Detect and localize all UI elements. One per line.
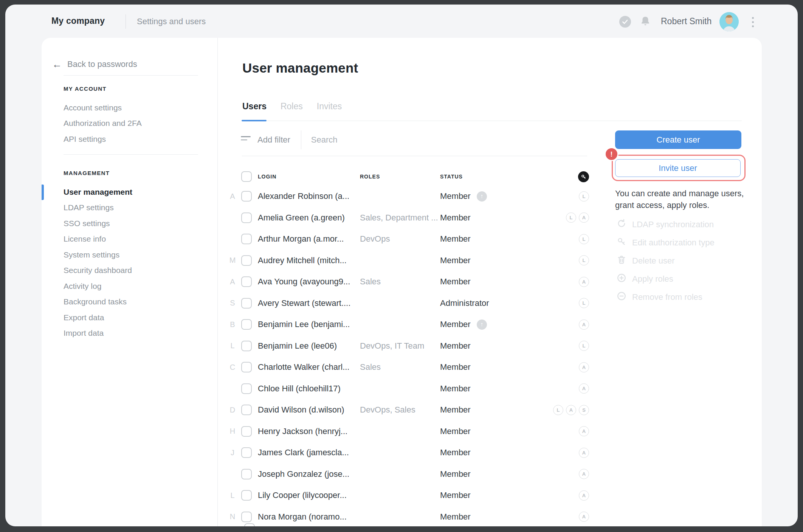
- select-all-checkbox[interactable]: [241, 171, 252, 182]
- bell-icon[interactable]: [639, 15, 652, 28]
- row-checkbox[interactable]: [241, 276, 252, 287]
- user-login-label: Charlotte Walker (charl...: [258, 362, 354, 372]
- sidebar-item-system-settings[interactable]: System settings: [64, 247, 207, 263]
- alpha-index-label: H: [227, 427, 238, 436]
- user-status-label: Member: [440, 469, 579, 479]
- sidebar-item-license-info[interactable]: License info: [64, 231, 207, 247]
- user-status-label: Member: [440, 384, 579, 394]
- table-row: L Benjamin Lee (lee06) DevOps, IT Team M…: [227, 335, 589, 357]
- back-to-passwords-link[interactable]: ← Back to passwords: [52, 59, 137, 69]
- sidebar-divider: [217, 38, 218, 526]
- row-checkbox[interactable]: [241, 212, 252, 223]
- row-checkbox[interactable]: [241, 426, 252, 437]
- table-row: Arthur Morgan (a.mor... DevOps Member L: [227, 228, 589, 250]
- sidebar-item-import-data[interactable]: Import data: [64, 326, 207, 341]
- auth-type-badges: A: [579, 469, 589, 479]
- row-checkbox[interactable]: [241, 512, 252, 522]
- user-status-label: Member: [440, 341, 579, 351]
- row-checkbox[interactable]: [244, 523, 255, 526]
- user-status-label: Member: [440, 234, 579, 244]
- sidebar-item-export-data[interactable]: Export data: [64, 310, 207, 326]
- tab-invites[interactable]: Invites: [317, 101, 342, 118]
- alert-badge-icon: !: [606, 148, 617, 160]
- tab-users[interactable]: Users: [242, 101, 267, 118]
- auth-type-badge-a: A: [579, 426, 589, 436]
- alpha-index-label: C: [227, 363, 238, 372]
- user-status-label: Administrator: [440, 298, 579, 308]
- check-circle-icon[interactable]: [619, 16, 631, 28]
- row-checkbox[interactable]: [241, 447, 252, 458]
- action-remove-from-roles: Remove from roles: [617, 288, 715, 306]
- table-row: H Henry Jackson (henryj... Member A: [227, 421, 589, 442]
- row-checkbox[interactable]: [241, 341, 252, 351]
- filter-icon: [241, 136, 251, 144]
- sidebar-item-sso-settings[interactable]: SSO settings: [64, 216, 207, 231]
- table-row: J James Clark (jamescla... Member A: [227, 442, 589, 464]
- table-row: Amelia Green (a.green) Sales, Department…: [227, 207, 589, 229]
- avatar[interactable]: [719, 12, 739, 31]
- row-checkbox[interactable]: [241, 298, 252, 309]
- row-checkbox[interactable]: [241, 191, 252, 202]
- sidebar-item-background-tasks[interactable]: Background tasks: [64, 294, 207, 310]
- table-row: Chloe Hill (chloehill17) Member A: [227, 378, 589, 400]
- row-checkbox[interactable]: [241, 469, 252, 479]
- active-item-indicator: [42, 185, 44, 200]
- action-apply-roles: Apply roles: [617, 270, 715, 288]
- sidebar-items-my-account: Account settingsAuthorization and 2FAAPI…: [64, 100, 207, 147]
- key-icon: [578, 171, 589, 182]
- row-checkbox[interactable]: [241, 405, 252, 415]
- table-row: M Audrey Mitchell (mitch... Member L: [227, 250, 589, 271]
- row-checkbox[interactable]: [241, 490, 252, 501]
- invite-user-button[interactable]: Invite user: [615, 159, 741, 177]
- row-checkbox[interactable]: [241, 319, 252, 330]
- breadcrumb: Settings and users: [137, 17, 206, 26]
- auth-type-badge-a: A: [579, 490, 589, 501]
- current-user-name[interactable]: Robert Smith: [661, 16, 712, 26]
- user-login-label: Henry Jackson (henryj...: [258, 427, 354, 436]
- table-body: A Alexander Robinson (a... Member↑ L Ame…: [227, 186, 589, 526]
- alpha-index-label: A: [227, 192, 238, 201]
- auth-type-badge-l: L: [553, 405, 563, 415]
- row-checkbox[interactable]: [241, 255, 252, 266]
- auth-type-badge-a: A: [579, 277, 589, 287]
- sidebar-section-divider: [64, 75, 198, 76]
- add-filter-button[interactable]: Add filter: [257, 135, 290, 145]
- auth-type-badge-a: A: [579, 512, 589, 522]
- row-checkbox[interactable]: [241, 362, 252, 372]
- sidebar-item-ldap-settings[interactable]: LDAP settings: [64, 200, 207, 216]
- user-status-label: Member: [440, 362, 579, 372]
- tabs: UsersRolesInvites: [242, 101, 342, 118]
- kebab-menu-icon[interactable]: [747, 16, 758, 28]
- user-roles-label: DevOps, IT Team: [360, 341, 440, 351]
- auth-type-badge-a: A: [579, 362, 589, 372]
- column-login[interactable]: LOGIN: [258, 174, 354, 180]
- user-login-label: Chloe Hill (chloehill17): [258, 384, 354, 394]
- row-checkbox[interactable]: [241, 234, 252, 244]
- user-login-label: Ava Young (avayoung9...: [258, 277, 354, 287]
- search-input[interactable]: [311, 135, 425, 145]
- bulk-actions-list: LDAP synchronization Edit authorization …: [617, 216, 715, 306]
- alpha-index-label: N: [227, 512, 238, 521]
- sidebar-item-user-management[interactable]: User management: [64, 184, 207, 200]
- promoted-arrow-icon: ↑: [477, 320, 487, 330]
- user-login-label: Audrey Mitchell (mitch...: [258, 256, 354, 265]
- sidebar-item-authorization-and-2fa[interactable]: Authorization and 2FA: [64, 116, 207, 132]
- auth-type-badges: A: [579, 277, 589, 287]
- user-login-label: James Clark (jamescla...: [258, 448, 354, 458]
- table-row: S Avery Stewart (stewart.... Administrat…: [227, 293, 589, 314]
- auth-type-badges: L: [579, 234, 589, 244]
- column-roles[interactable]: ROLES: [360, 174, 440, 180]
- sidebar-item-security-dashboard[interactable]: Security dashboard: [64, 263, 207, 279]
- auth-type-badge-a: A: [579, 448, 589, 458]
- sidebar-item-api-settings[interactable]: API settings: [64, 131, 207, 147]
- create-user-button[interactable]: Create user: [615, 130, 741, 149]
- row-checkbox[interactable]: [241, 383, 252, 394]
- auth-type-badge-l: L: [579, 298, 589, 308]
- auth-type-badge-a: A: [579, 320, 589, 330]
- sidebar-item-activity-log[interactable]: Activity log: [64, 278, 207, 294]
- tab-roles[interactable]: Roles: [281, 101, 303, 118]
- sidebar-item-account-settings[interactable]: Account settings: [64, 100, 207, 116]
- user-status-label: Member: [440, 256, 579, 265]
- column-status[interactable]: STATUS: [440, 174, 578, 180]
- auth-type-badges: A: [579, 448, 589, 458]
